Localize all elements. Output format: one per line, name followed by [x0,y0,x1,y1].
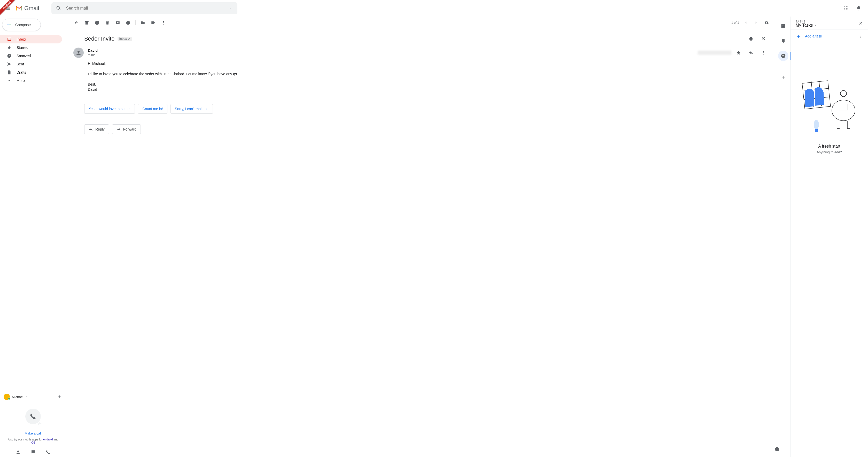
center-pane: 1 of 1 Seder Invite Inbox✕ David [66,17,776,457]
prev-button[interactable] [741,18,751,28]
gear-icon [764,21,769,25]
spam-button[interactable] [92,18,102,28]
smart-reply-1[interactable]: Yes, I would love to come. [84,104,135,114]
main-menu-button[interactable] [2,2,14,15]
reply-icon-button[interactable] [746,48,756,58]
gmail-logo-text: Gmail [24,5,39,11]
tasks-empty-title: A fresh start [818,144,840,149]
nav-sent[interactable]: Sent [0,60,62,68]
apps-grid-button[interactable] [841,3,851,13]
calendar-addon[interactable]: 31 [778,21,788,31]
svg-point-7 [846,9,847,10]
search-icon[interactable] [54,3,64,13]
message: David to me Hi Michael, I'd like to invi… [66,46,776,95]
keep-icon [781,38,786,44]
back-button[interactable] [71,18,82,28]
labels-button[interactable] [148,18,158,28]
mail-toolbar: 1 of 1 [66,17,776,29]
clock-icon [7,53,12,58]
sender-avatar[interactable] [73,48,84,58]
svg-point-13 [763,53,764,53]
left-nav: Compose Inbox Starred Snoozed Sent Draft… [0,17,66,457]
send-icon [7,61,12,67]
ios-link[interactable]: iOS [31,441,35,444]
nav-drafts[interactable]: Drafts [0,68,62,77]
compose-button[interactable]: Compose [2,19,41,31]
svg-point-9 [163,21,164,22]
side-panel: 31 [776,17,790,457]
reply-icon [749,50,753,55]
smart-replies: Yes, I would love to come. Count me in! … [66,95,776,115]
nav-snoozed[interactable]: Snoozed [0,52,62,60]
svg-point-26 [832,100,855,121]
mail-icon [116,21,120,25]
hangouts-chats-tab[interactable] [29,449,37,456]
chip-remove-icon[interactable]: ✕ [128,37,130,40]
person-icon [75,50,82,56]
more-vert-icon [161,21,166,25]
recipients-toggle[interactable]: to me [88,53,99,57]
search-options-button[interactable] [225,3,235,13]
file-icon [7,70,12,75]
svg-point-11 [163,24,164,24]
get-addons-button[interactable] [778,73,788,83]
tasks-close-button[interactable] [858,20,864,26]
nav-inbox[interactable]: Inbox [0,35,62,44]
mark-unread-button[interactable] [113,18,123,28]
make-call-link[interactable]: Make a call [3,431,64,435]
notifications-button[interactable] [854,3,864,13]
android-link[interactable]: Android [43,438,53,441]
svg-text:31: 31 [782,25,784,28]
phone-icon [30,413,36,420]
label-icon [151,21,156,25]
keep-addon[interactable] [778,36,788,46]
plus-icon [6,22,12,28]
svg-point-4 [846,8,847,9]
hangouts-call-zone: Make a call Also try our mobile apps for… [0,401,66,447]
delete-button[interactable] [102,18,113,28]
snooze-button[interactable] [123,18,133,28]
move-to-button[interactable] [138,18,148,28]
print-button[interactable] [746,34,756,44]
calendar-icon: 31 [781,23,786,28]
gmail-logo[interactable]: Gmail [14,5,39,11]
smart-reply-2[interactable]: Count me in! [138,104,167,114]
search-input[interactable] [64,6,225,10]
next-button[interactable] [751,18,761,28]
search-box[interactable] [52,2,238,14]
reply-button[interactable]: Reply [84,124,109,134]
smart-reply-3[interactable]: Sorry, I can't make it. [170,104,213,114]
tasks-addon[interactable] [778,51,788,61]
svg-point-14 [763,54,764,55]
tasks-menu-button[interactable] [858,33,864,39]
plus-icon [781,76,785,80]
sender-name[interactable]: David [88,48,99,53]
message-body: Hi Michael, I'd like to invite you to ce… [88,61,769,92]
svg-point-20 [861,37,861,38]
hangouts-contacts-tab[interactable] [14,449,22,456]
hangouts-user[interactable]: Michael [4,394,28,400]
new-conversation-button[interactable] [56,394,63,400]
apps-grid-icon [844,6,848,10]
archive-button[interactable] [82,18,92,28]
add-task-button[interactable]: ＋ Add a task [796,34,822,38]
message-more-button[interactable] [758,48,769,58]
nav-more[interactable]: More [0,77,62,85]
plus-icon [57,395,61,399]
tasks-panel: TASKS My Tasks ＋ Add a task [790,17,868,457]
nav-starred[interactable]: Starred [0,44,62,52]
gmail-logo-icon [16,5,23,11]
chevron-down-icon [7,78,12,83]
star-message-button[interactable] [734,48,744,58]
settings-button[interactable] [761,18,772,28]
hangouts-phone-tab[interactable] [44,449,52,456]
open-new-window-button[interactable] [758,34,769,44]
more-button[interactable] [158,18,169,28]
inbox-chip[interactable]: Inbox✕ [118,37,132,41]
message-date [698,51,731,55]
help-button[interactable] [773,445,781,453]
svg-point-8 [847,9,848,10]
forward-button[interactable]: Forward [112,124,141,134]
tasks-list-picker[interactable]: My Tasks [796,23,817,28]
star-outline-icon [736,50,741,55]
